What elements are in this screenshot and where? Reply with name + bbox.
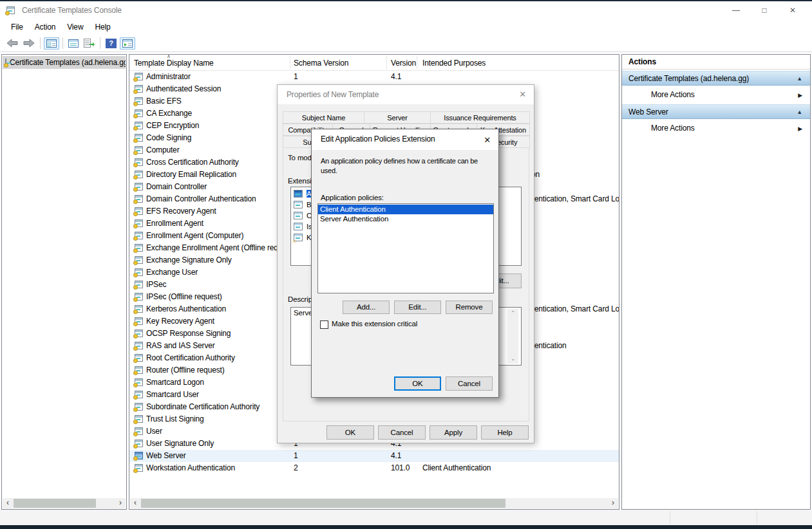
template-name: IPSec [146,279,166,291]
cancel-button[interactable]: Cancel [446,376,493,391]
title-bar: Certificate Templates Console —□✕ [0,1,812,19]
minimize-button[interactable]: — [722,1,750,19]
menu-help[interactable]: Help [89,21,116,33]
list-horizontal-scrollbar[interactable]: ‹ › [130,498,618,508]
dialog-description: An application policy defines how a cert… [321,156,493,176]
extension-icon [294,212,303,219]
apply-button[interactable]: Apply [430,425,477,440]
make-extension-critical-checkbox[interactable] [320,320,328,329]
scroll-up-icon[interactable]: ⌃ [507,309,518,318]
chevron-right-icon[interactable]: ▶ [798,120,802,137]
certificate-template-icon [135,342,143,349]
scroll-left-icon[interactable]: ‹ [130,498,140,508]
tab-subject-name[interactable]: Subject Name [283,111,364,124]
menu-file[interactable]: File [5,21,29,33]
ok-button[interactable]: OK [394,376,441,391]
template-name: IPSec (Offline request) [146,291,222,303]
scrollbar-thumb[interactable] [141,499,505,508]
actions-item-more-actions[interactable]: More Actions▶ [622,86,810,103]
remove-button[interactable]: Remove [446,301,493,314]
cancel-button[interactable]: Cancel [378,425,426,440]
maximize-button[interactable]: □ [750,1,779,19]
column-intended-purposes[interactable]: Intended Purposes [422,59,486,68]
template-name: Cross Certification Authority [146,156,239,169]
column-divider[interactable] [290,56,290,70]
dialog-title: Properties of New Template [287,90,379,99]
column-divider[interactable] [386,56,387,70]
actions-panel: Actions Certificate Templates (ad.helena… [621,54,811,510]
template-name: Subordinate Certification Authority [146,401,260,413]
menu-bar: FileActionViewHelp [0,19,812,35]
description-vertical-scrollbar[interactable]: ⌃ ⌄ [507,309,518,364]
certificate-template-icon [135,219,143,227]
tab-server[interactable]: Server [364,111,431,124]
edit-button[interactable]: Edit... [394,301,441,314]
add-button[interactable]: Add... [343,301,390,314]
certificate-template-icon [135,207,143,215]
close-button[interactable]: ✕ [779,1,807,19]
template-name: Code Signing [146,132,191,144]
menu-action[interactable]: Action [29,21,61,33]
column-divider[interactable] [417,56,417,70]
tab-issuance-requirements[interactable]: Issuance Requirements [431,111,530,124]
template-name: Basic EFS [146,95,182,107]
template-name: Exchange Enrollment Agent (Offline reque… [146,242,295,254]
list-header: ∧ Template Display Name Schema Version V… [129,55,619,71]
chevron-up-icon[interactable]: ▲ [797,105,802,120]
column-version[interactable]: Version [391,59,416,68]
scroll-down-icon[interactable]: ⌄ [507,355,518,364]
column-template-display-name[interactable]: Template Display Name [134,59,214,68]
application-policies-listbox[interactable]: Client AuthenticationServer Authenticati… [317,203,494,293]
template-name: Smartcard User [146,389,199,401]
column-schema-version[interactable]: Schema Version [294,59,348,68]
toolbar-separator [62,37,63,49]
extension-icon [294,190,303,198]
back-icon[interactable] [5,37,20,49]
status-bar-divider [757,511,757,524]
tree-item-certificate-templates[interactable]: Certificate Templates (ad.helena.gg) [3,56,126,69]
certificate-template-icon [135,305,143,313]
policy-item-client-authentication[interactable]: Client Authentication [318,205,493,214]
template-row-workstation-authentication[interactable]: Workstation Authentication2101.0Client A… [129,462,619,474]
certificate-template-icon [135,73,143,80]
close-icon[interactable]: ✕ [519,89,526,99]
scroll-right-icon[interactable]: › [608,498,618,508]
ok-button[interactable]: OK [326,425,374,440]
actions-section-certificate-templates-ad-helena-gg[interactable]: Certificate Templates (ad.helena.gg)▲ [622,71,810,86]
help-icon[interactable]: ? [104,37,118,50]
certificate-templates-console-window: Certificate Templates Console —□✕ FileAc… [0,0,812,529]
template-name: Kerberos Authentication [146,303,226,315]
menu-view[interactable]: View [61,21,89,33]
export-list-icon[interactable] [82,37,97,49]
actions-item-more-actions[interactable]: More Actions▶ [622,120,810,136]
help-button[interactable]: Help [481,425,529,440]
dialog-title-bar: Edit Application Policies Extension ✕ [312,129,498,150]
scroll-left-icon[interactable]: ‹ [3,498,13,508]
template-name: Key Recovery Agent [146,315,214,328]
actions-section-web-server[interactable]: Web Server▲ [622,104,810,119]
certificate-template-icon [135,354,143,362]
scroll-right-icon[interactable]: › [115,498,126,508]
template-row-administrator[interactable]: Administrator14.1 [129,71,619,83]
show-hide-action-pane-icon[interactable] [120,37,135,50]
chevron-up-icon[interactable]: ▲ [797,71,802,86]
scrollbar-thumb[interactable] [14,499,96,508]
certificate-template-icon [135,378,143,386]
forward-icon[interactable] [21,37,37,49]
intended-purposes-value: Client Authentication [422,462,491,474]
close-icon[interactable]: ✕ [484,135,491,145]
properties-icon[interactable] [66,38,80,49]
template-name: Computer [146,144,180,156]
certificate-template-icon [135,329,143,337]
tree-horizontal-scrollbar[interactable]: ‹ › [3,498,126,508]
show-hide-console-tree-icon[interactable] [44,37,59,50]
policy-item-server-authentication[interactable]: Server Authentication [318,214,493,224]
tree-item-label: Certificate Templates (ad.helena.gg) [10,58,126,67]
certificate-template-icon [135,281,143,288]
template-name: Smartcard Logon [146,376,204,389]
toolbar: ? [0,35,812,52]
template-row-web-server[interactable]: Web Server14.1 [129,450,619,462]
certificate-template-icon [135,464,143,472]
certificate-template-icon [135,171,143,178]
chevron-right-icon[interactable]: ▶ [798,87,802,104]
